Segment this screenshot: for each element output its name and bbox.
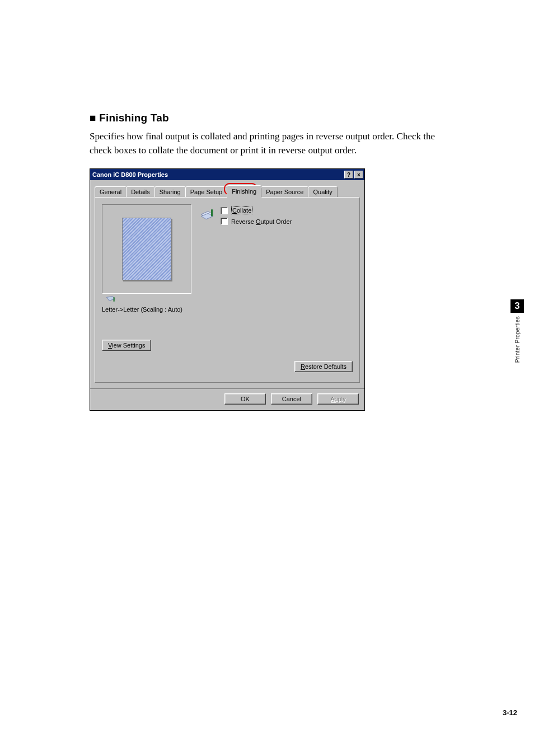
page-number: 3-12 xyxy=(503,708,517,717)
restore-defaults-button[interactable]: Restore Defaults xyxy=(294,361,353,372)
tab-quality[interactable]: Quality xyxy=(308,186,337,197)
collate-label: Collate xyxy=(231,206,252,214)
document-stack-icon xyxy=(199,206,215,222)
tab-general[interactable]: General xyxy=(95,186,127,197)
page-preview xyxy=(102,204,191,294)
chapter-number-badge: 3 xyxy=(510,299,524,313)
output-tray-icon xyxy=(106,295,116,303)
reverse-output-checkbox[interactable] xyxy=(221,218,228,225)
preview-caption: Letter->Letter (Scaling : Auto) xyxy=(102,306,191,313)
tab-panel-finishing: Letter->Letter (Scaling : Auto) View Set… xyxy=(95,197,360,383)
titlebar: Canon iC D800 Properties ? × xyxy=(90,169,364,180)
dialog-footer: OK Cancel Apply xyxy=(90,388,364,410)
tab-sharing[interactable]: Sharing xyxy=(154,186,186,197)
tab-paper-source[interactable]: Paper Source xyxy=(261,186,308,197)
reverse-output-label: Reverse Output Order xyxy=(231,218,292,225)
section-paragraph: Specifies how final output is collated a… xyxy=(90,130,459,157)
view-settings-button[interactable]: View Settings xyxy=(102,340,151,351)
tab-strip: General Details Sharing Page Setup Finis… xyxy=(95,185,360,197)
tab-page-setup[interactable]: Page Setup xyxy=(185,186,228,197)
paper-sheet-icon xyxy=(122,218,171,280)
svg-rect-1 xyxy=(211,210,213,217)
tab-details[interactable]: Details xyxy=(126,186,155,197)
cancel-button[interactable]: Cancel xyxy=(271,393,312,405)
help-button[interactable]: ? xyxy=(344,171,353,179)
chapter-label: Printer Properties xyxy=(514,316,521,363)
ok-button[interactable]: OK xyxy=(224,393,266,405)
section-heading: ■ Finishing Tab xyxy=(90,112,489,124)
chapter-side-tab: 3 Printer Properties xyxy=(510,299,524,363)
tab-finishing[interactable]: Finishing xyxy=(227,185,261,198)
apply-button[interactable]: Apply xyxy=(317,393,359,405)
dialog-client: General Details Sharing Page Setup Finis… xyxy=(90,180,364,388)
collate-checkbox[interactable] xyxy=(221,207,228,214)
window-title: Canon iC D800 Properties xyxy=(92,171,168,178)
svg-rect-0 xyxy=(114,298,115,302)
properties-dialog: Canon iC D800 Properties ? × General Det… xyxy=(90,168,365,411)
close-button[interactable]: × xyxy=(354,171,363,179)
